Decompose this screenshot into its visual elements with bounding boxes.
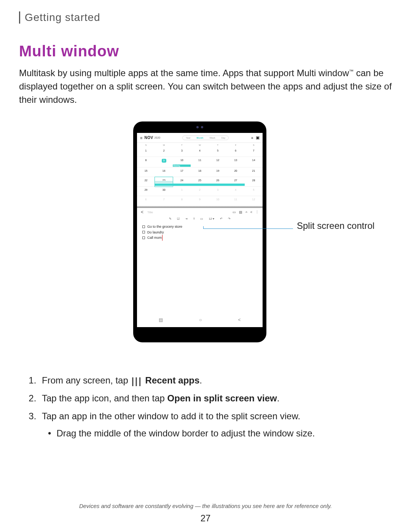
day-cell[interactable]: 14: [245, 157, 263, 168]
dow: S: [245, 143, 263, 147]
attach-icon[interactable]: 𝄐: [245, 210, 247, 214]
day-cell[interactable]: 1: [137, 147, 155, 157]
tool-check[interactable]: ☑: [177, 217, 180, 220]
day-cell[interactable]: 5: [245, 187, 263, 196]
event-bar: [155, 184, 173, 186]
notes-toolbar: ✎ ☑ ⇥ T ▭ 12 ▾ ↶ ↷: [137, 216, 263, 222]
day-cell[interactable]: 21: [245, 168, 263, 177]
tool-indent[interactable]: ⇥: [185, 217, 188, 220]
tablet-screen: ≡ NOV 2020 Year Month Week Day + ▣ S M: [137, 133, 263, 327]
event-bar: [155, 181, 173, 183]
checkbox-icon[interactable]: [142, 225, 145, 228]
tool-fontsize[interactable]: 12 ▾: [209, 217, 214, 220]
event-bar: [173, 184, 191, 186]
more-icon[interactable]: ⋮: [255, 210, 259, 214]
day-cell[interactable]: 10: [209, 196, 227, 206]
day-cell[interactable]: 11: [191, 157, 209, 168]
day-cell[interactable]: 6: [227, 147, 245, 157]
day-cell[interactable]: 22: [137, 177, 155, 187]
day-cell[interactable]: 3: [173, 147, 191, 157]
day-cell[interactable]: 20: [227, 168, 245, 177]
day-cell-today[interactable]: 9: [155, 157, 173, 168]
day-cell[interactable]: 4: [191, 147, 209, 157]
notes-body[interactable]: Go to the grocery store Do laundry Call …: [137, 222, 263, 327]
dow: F: [227, 143, 245, 147]
day-cell[interactable]: 2: [155, 147, 173, 157]
day-cell[interactable]: 29: [137, 187, 155, 196]
day-cell[interactable]: 24: [173, 177, 191, 187]
day-cell[interactable]: 3: [209, 187, 227, 196]
calendar-month[interactable]: NOV: [144, 136, 153, 140]
reader-icon[interactable]: ▭: [233, 210, 236, 214]
checkbox-icon[interactable]: [142, 236, 145, 239]
event-bar: [191, 184, 209, 186]
page-title: Multi window: [19, 43, 392, 60]
day-cell[interactable]: 15: [137, 168, 155, 177]
tool-box[interactable]: ▭: [200, 217, 203, 220]
day-cell[interactable]: 11: [227, 196, 245, 206]
dow: M: [155, 143, 173, 147]
page-number: 27: [0, 513, 411, 524]
day-cell[interactable]: 13: [227, 157, 245, 168]
day-cell[interactable]: 4: [227, 187, 245, 196]
day-cell[interactable]: 16: [155, 168, 173, 177]
day-cell[interactable]: 7: [155, 196, 173, 206]
tablet-camera: [194, 126, 205, 128]
event-bar: [227, 184, 245, 186]
notes-title-field[interactable]: Title: [147, 211, 229, 214]
intro-paragraph: Multitask by using multiple apps at the …: [19, 67, 392, 106]
back-icon[interactable]: <: [141, 209, 143, 215]
dow: S: [137, 143, 155, 147]
day-cell[interactable]: 1: [173, 187, 191, 196]
day-cell[interactable]: 12: [209, 157, 227, 168]
tool-redo[interactable]: ↷: [228, 217, 231, 220]
dow: T: [173, 143, 191, 147]
day-cell-selected[interactable]: 23: [155, 177, 173, 187]
dow: T: [209, 143, 227, 147]
day-cell[interactable]: 26: [209, 177, 227, 187]
step-1-bold: Recent apps: [145, 375, 200, 385]
day-cell[interactable]: 18: [191, 168, 209, 177]
day-cell[interactable]: 27: [227, 177, 245, 187]
day-cell[interactable]: 8: [173, 196, 191, 206]
home-icon[interactable]: ○: [199, 317, 202, 323]
day-cell[interactable]: 17: [173, 168, 191, 177]
day-cell[interactable]: 5: [209, 147, 227, 157]
view-tabs: Year Month Week Day: [182, 136, 229, 140]
day-cell[interactable]: 9: [191, 196, 209, 206]
todo-item[interactable]: Call mom: [142, 235, 257, 240]
day-cell[interactable]: 28: [245, 177, 263, 187]
day-cell[interactable]: 2: [191, 187, 209, 196]
system-navbar: ▤ ○ <: [141, 316, 259, 324]
recent-apps-icon: | | |: [131, 374, 140, 389]
tab-week[interactable]: Week: [206, 136, 218, 140]
callout-label: Split screen control: [297, 220, 374, 232]
day-cell[interactable]: 8: [137, 157, 155, 168]
day-cell[interactable]: 30: [155, 187, 173, 196]
checkbox-icon[interactable]: [142, 231, 145, 233]
share-icon[interactable]: <: [250, 210, 252, 214]
tool-pen[interactable]: ✎: [169, 217, 172, 220]
menu-icon[interactable]: ≡: [140, 136, 142, 140]
tab-month[interactable]: Month: [193, 136, 206, 140]
recents-icon[interactable]: ▤: [159, 317, 163, 323]
day-cell[interactable]: 25: [191, 177, 209, 187]
todo-item[interactable]: Do laundry: [142, 230, 257, 235]
back-icon[interactable]: <: [238, 317, 241, 323]
event-meeting[interactable]: Meeting: [173, 165, 191, 167]
tab-day[interactable]: Day: [218, 136, 229, 140]
save-icon[interactable]: ▤: [239, 210, 242, 214]
tool-undo[interactable]: ↶: [220, 217, 223, 220]
day-cell[interactable]: 12: [245, 196, 263, 206]
today-icon[interactable]: ▣: [256, 135, 260, 140]
day-cell[interactable]: 19: [209, 168, 227, 177]
day-cell[interactable]: 7: [245, 147, 263, 157]
tab-year[interactable]: Year: [183, 136, 193, 140]
day-cell[interactable]: 10Meeting: [173, 157, 191, 168]
split-screen-control[interactable]: [137, 206, 263, 208]
add-icon[interactable]: +: [251, 136, 253, 140]
tool-text[interactable]: T: [193, 217, 195, 220]
section-header: Getting started: [25, 11, 392, 24]
callout-line: [204, 228, 293, 229]
day-cell[interactable]: 6: [137, 196, 155, 206]
